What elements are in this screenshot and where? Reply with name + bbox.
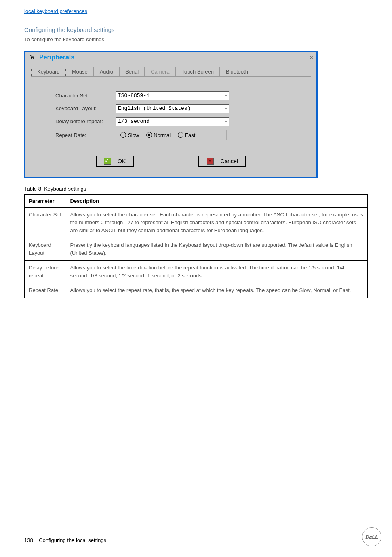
cell-param: Keyboard Layout	[25, 238, 66, 261]
radio-fast[interactable]: Fast	[178, 132, 195, 138]
ok-button[interactable]: OK	[96, 156, 134, 167]
cell-desc: Presently the keyboard languages listed …	[66, 238, 368, 261]
delay-dropdown[interactable]: 1/3 second ▾	[116, 117, 229, 126]
tab-camera[interactable]: Camera	[145, 67, 175, 76]
close-icon[interactable]: ×	[310, 54, 313, 61]
tab-serial[interactable]: Serial	[119, 67, 145, 76]
delay-value: 1/3 second	[118, 118, 150, 124]
charset-label: Character Set:	[55, 92, 116, 99]
layout-label: Keyboard Layout:	[55, 105, 116, 111]
settings-table: Parameter Description Character Set Allo…	[24, 194, 368, 298]
tab-audio[interactable]: Audio	[94, 67, 119, 76]
peripherals-dialog: 🖱 Peripherals × Keyboard Mouse Audio Ser…	[24, 51, 318, 178]
rate-label: Repeat Rate:	[55, 132, 116, 138]
cancel-button[interactable]: Cancel	[198, 156, 246, 167]
delay-label: Delay before repeat:	[55, 118, 116, 124]
mouse-icon: 🖱	[29, 54, 35, 61]
th-parameter: Parameter	[25, 194, 66, 207]
cell-param: Repeat Rate	[25, 283, 66, 298]
chevron-down-icon: ▾	[223, 106, 227, 111]
table-row: Keyboard Layout Presently the keyboard l…	[25, 238, 368, 261]
tab-mouse[interactable]: Mouse	[66, 67, 94, 76]
x-icon	[207, 158, 214, 165]
chevron-down-icon: ▾	[223, 119, 227, 124]
table-row: Character Set Allows you to select the c…	[25, 207, 368, 238]
dell-logo: D⌀LL	[362, 527, 381, 546]
cell-desc: Allows you to select the character set. …	[66, 207, 368, 238]
radio-slow[interactable]: Slow	[120, 132, 139, 138]
cell-param: Delay before repeat	[25, 261, 66, 283]
tab-keyboard[interactable]: Keyboard	[31, 67, 66, 76]
chevron-down-icon: ▾	[223, 93, 227, 98]
section-heading: Configuring the keyboard settings	[24, 26, 368, 33]
th-description: Description	[66, 194, 368, 207]
dialog-title: Peripherals	[39, 54, 310, 61]
tab-touchscreen[interactable]: Touch Screen	[175, 67, 220, 76]
cell-desc: Allows you to select the time duration b…	[66, 261, 368, 283]
layout-value: English (United States)	[118, 105, 190, 111]
tab-bar: Keyboard Mouse Audio Serial Camera Touch…	[31, 67, 311, 77]
cell-desc: Allows you to select the repeat rate, th…	[66, 283, 368, 298]
cell-param: Character Set	[25, 207, 66, 238]
page-footer: 138 Configuring the local settings	[24, 537, 106, 543]
top-link[interactable]: local keyboard preferences	[24, 8, 368, 14]
charset-value: ISO-8859-1	[118, 92, 150, 99]
table-row: Repeat Rate Allows you to select the rep…	[25, 283, 368, 298]
charset-dropdown[interactable]: ISO-8859-1 ▾	[116, 91, 229, 100]
table-row: Delay before repeat Allows you to select…	[25, 261, 368, 283]
rate-radio-group: Slow Normal Fast	[116, 130, 227, 140]
layout-dropdown[interactable]: English (United States) ▾	[116, 104, 229, 113]
check-icon	[104, 158, 111, 165]
radio-normal[interactable]: Normal	[146, 132, 171, 138]
table-caption: Table 8. Keyboard settings	[24, 186, 368, 192]
intro-text: To configure the keyboard settings:	[24, 36, 368, 44]
tab-bluetooth[interactable]: Bluetooth	[220, 67, 254, 76]
